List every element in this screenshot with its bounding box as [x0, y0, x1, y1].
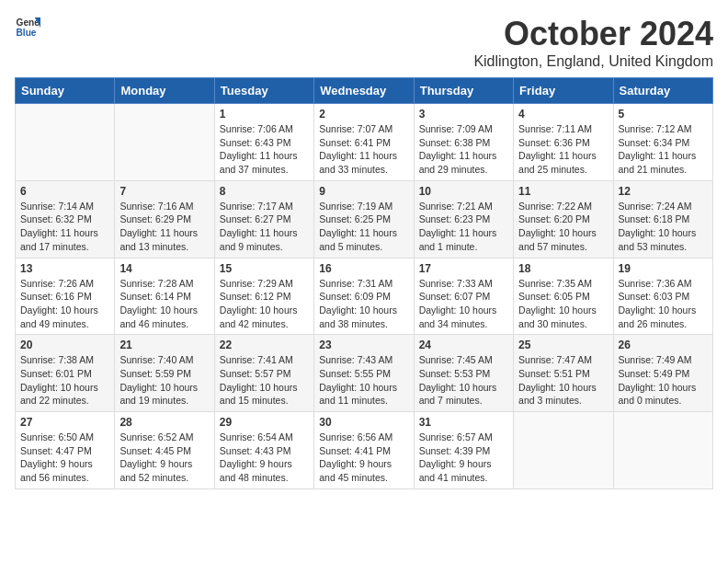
- calendar-table: SundayMondayTuesdayWednesdayThursdayFrid…: [15, 77, 713, 489]
- day-number: 14: [119, 262, 209, 275]
- day-info: Sunrise: 6:50 AM Sunset: 4:47 PM Dayligh…: [20, 431, 109, 485]
- calendar-cell: 31Sunrise: 6:57 AM Sunset: 4:39 PM Dayli…: [414, 412, 513, 489]
- day-number: 2: [319, 108, 408, 121]
- day-number: 15: [220, 262, 309, 275]
- day-number: 17: [419, 262, 508, 275]
- day-info: Sunrise: 7:36 AM Sunset: 6:03 PM Dayligh…: [619, 277, 708, 331]
- weekday-header-wednesday: Wednesday: [314, 78, 414, 104]
- week-row-2: 6Sunrise: 7:14 AM Sunset: 6:32 PM Daylig…: [16, 180, 713, 258]
- calendar-cell: [514, 412, 613, 489]
- day-info: Sunrise: 7:47 AM Sunset: 5:51 PM Dayligh…: [518, 353, 608, 408]
- day-info: Sunrise: 7:12 AM Sunset: 6:34 PM Dayligh…: [619, 122, 708, 177]
- calendar-cell: 15Sunrise: 7:29 AM Sunset: 6:12 PM Dayli…: [214, 258, 313, 335]
- calendar-cell: 18Sunrise: 7:35 AM Sunset: 6:05 PM Dayli…: [514, 258, 613, 335]
- weekday-header-monday: Monday: [115, 78, 214, 104]
- week-row-1: 1Sunrise: 7:06 AM Sunset: 6:43 PM Daylig…: [16, 104, 713, 181]
- day-number: 19: [619, 262, 708, 275]
- day-info: Sunrise: 7:19 AM Sunset: 6:25 PM Dayligh…: [319, 200, 408, 254]
- day-number: 9: [319, 185, 408, 198]
- title-area: October 2024 Kidlington, England, United…: [473, 15, 713, 70]
- calendar-cell: 9Sunrise: 7:19 AM Sunset: 6:25 PM Daylig…: [314, 180, 414, 258]
- day-number: 4: [518, 108, 608, 121]
- day-number: 22: [220, 339, 309, 351]
- calendar-cell: [16, 104, 115, 181]
- calendar-cell: 29Sunrise: 6:54 AM Sunset: 4:43 PM Dayli…: [214, 412, 313, 489]
- day-info: Sunrise: 7:17 AM Sunset: 6:27 PM Dayligh…: [220, 200, 309, 254]
- day-info: Sunrise: 6:57 AM Sunset: 4:39 PM Dayligh…: [419, 431, 508, 485]
- day-info: Sunrise: 7:26 AM Sunset: 6:16 PM Dayligh…: [20, 277, 109, 331]
- calendar-cell: 27Sunrise: 6:50 AM Sunset: 4:47 PM Dayli…: [16, 412, 115, 489]
- day-info: Sunrise: 7:35 AM Sunset: 6:05 PM Dayligh…: [518, 277, 608, 331]
- day-info: Sunrise: 7:21 AM Sunset: 6:23 PM Dayligh…: [419, 200, 508, 254]
- weekday-header-sunday: Sunday: [16, 78, 115, 104]
- day-info: Sunrise: 7:38 AM Sunset: 6:01 PM Dayligh…: [20, 353, 109, 408]
- day-number: 29: [220, 416, 309, 429]
- day-number: 24: [419, 339, 508, 351]
- day-number: 23: [319, 339, 408, 351]
- day-info: Sunrise: 7:43 AM Sunset: 5:55 PM Dayligh…: [319, 353, 408, 408]
- day-info: Sunrise: 7:33 AM Sunset: 6:07 PM Dayligh…: [419, 277, 508, 331]
- day-info: Sunrise: 7:31 AM Sunset: 6:09 PM Dayligh…: [319, 277, 408, 331]
- calendar-cell: 7Sunrise: 7:16 AM Sunset: 6:29 PM Daylig…: [115, 180, 214, 258]
- logo: General Blue: [15, 15, 40, 40]
- calendar-cell: 25Sunrise: 7:47 AM Sunset: 5:51 PM Dayli…: [514, 335, 613, 412]
- day-info: Sunrise: 7:14 AM Sunset: 6:32 PM Dayligh…: [20, 200, 109, 254]
- day-info: Sunrise: 7:41 AM Sunset: 5:57 PM Dayligh…: [220, 353, 309, 408]
- day-number: 1: [220, 108, 309, 121]
- week-row-3: 13Sunrise: 7:26 AM Sunset: 6:16 PM Dayli…: [16, 258, 713, 335]
- day-info: Sunrise: 7:07 AM Sunset: 6:41 PM Dayligh…: [319, 122, 408, 177]
- day-number: 8: [220, 185, 309, 198]
- calendar-cell: 14Sunrise: 7:28 AM Sunset: 6:14 PM Dayli…: [115, 258, 214, 335]
- weekday-header-tuesday: Tuesday: [214, 78, 313, 104]
- month-title: October 2024: [473, 15, 713, 53]
- calendar-cell: 6Sunrise: 7:14 AM Sunset: 6:32 PM Daylig…: [16, 180, 115, 258]
- day-number: 28: [119, 416, 209, 429]
- calendar-cell: 16Sunrise: 7:31 AM Sunset: 6:09 PM Dayli…: [314, 258, 414, 335]
- calendar-cell: 21Sunrise: 7:40 AM Sunset: 5:59 PM Dayli…: [115, 335, 214, 412]
- day-number: 27: [20, 416, 109, 429]
- day-info: Sunrise: 7:06 AM Sunset: 6:43 PM Dayligh…: [220, 122, 309, 177]
- calendar-cell: 26Sunrise: 7:49 AM Sunset: 5:49 PM Dayli…: [613, 335, 712, 412]
- week-row-5: 27Sunrise: 6:50 AM Sunset: 4:47 PM Dayli…: [16, 412, 713, 489]
- day-number: 5: [619, 108, 708, 121]
- calendar-cell: 3Sunrise: 7:09 AM Sunset: 6:38 PM Daylig…: [414, 104, 513, 181]
- svg-text:Blue: Blue: [17, 28, 37, 38]
- calendar-cell: 22Sunrise: 7:41 AM Sunset: 5:57 PM Dayli…: [214, 335, 313, 412]
- day-number: 16: [319, 262, 408, 275]
- day-info: Sunrise: 7:22 AM Sunset: 6:20 PM Dayligh…: [518, 200, 608, 254]
- day-info: Sunrise: 7:24 AM Sunset: 6:18 PM Dayligh…: [619, 200, 708, 254]
- weekday-header-saturday: Saturday: [613, 78, 712, 104]
- calendar-cell: 23Sunrise: 7:43 AM Sunset: 5:55 PM Dayli…: [314, 335, 414, 412]
- calendar-cell: 1Sunrise: 7:06 AM Sunset: 6:43 PM Daylig…: [214, 104, 313, 181]
- weekday-header-thursday: Thursday: [414, 78, 513, 104]
- calendar-cell: 10Sunrise: 7:21 AM Sunset: 6:23 PM Dayli…: [414, 180, 513, 258]
- calendar-cell: 8Sunrise: 7:17 AM Sunset: 6:27 PM Daylig…: [214, 180, 313, 258]
- day-number: 12: [619, 185, 708, 198]
- header: General Blue October 2024 Kidlington, En…: [15, 15, 713, 70]
- day-info: Sunrise: 7:45 AM Sunset: 5:53 PM Dayligh…: [419, 353, 508, 408]
- day-number: 11: [518, 185, 608, 198]
- calendar-cell: 2Sunrise: 7:07 AM Sunset: 6:41 PM Daylig…: [314, 104, 414, 181]
- day-info: Sunrise: 7:09 AM Sunset: 6:38 PM Dayligh…: [419, 122, 508, 177]
- day-info: Sunrise: 7:49 AM Sunset: 5:49 PM Dayligh…: [619, 353, 708, 408]
- day-info: Sunrise: 7:28 AM Sunset: 6:14 PM Dayligh…: [119, 277, 209, 331]
- calendar-cell: 4Sunrise: 7:11 AM Sunset: 6:36 PM Daylig…: [514, 104, 613, 181]
- calendar-cell: [115, 104, 214, 181]
- logo-icon: General Blue: [15, 15, 40, 40]
- calendar-cell: 30Sunrise: 6:56 AM Sunset: 4:41 PM Dayli…: [314, 412, 414, 489]
- day-number: 25: [518, 339, 608, 351]
- day-info: Sunrise: 7:11 AM Sunset: 6:36 PM Dayligh…: [518, 122, 608, 177]
- calendar-cell: 13Sunrise: 7:26 AM Sunset: 6:16 PM Dayli…: [16, 258, 115, 335]
- day-info: Sunrise: 7:40 AM Sunset: 5:59 PM Dayligh…: [119, 353, 209, 408]
- calendar-cell: 24Sunrise: 7:45 AM Sunset: 5:53 PM Dayli…: [414, 335, 513, 412]
- day-info: Sunrise: 7:29 AM Sunset: 6:12 PM Dayligh…: [220, 277, 309, 331]
- day-number: 31: [419, 416, 508, 429]
- calendar-cell: 17Sunrise: 7:33 AM Sunset: 6:07 PM Dayli…: [414, 258, 513, 335]
- day-number: 7: [119, 185, 209, 198]
- day-number: 6: [20, 185, 109, 198]
- day-info: Sunrise: 7:16 AM Sunset: 6:29 PM Dayligh…: [119, 200, 209, 254]
- day-info: Sunrise: 6:54 AM Sunset: 4:43 PM Dayligh…: [220, 431, 309, 485]
- week-row-4: 20Sunrise: 7:38 AM Sunset: 6:01 PM Dayli…: [16, 335, 713, 412]
- day-number: 30: [319, 416, 408, 429]
- day-number: 3: [419, 108, 508, 121]
